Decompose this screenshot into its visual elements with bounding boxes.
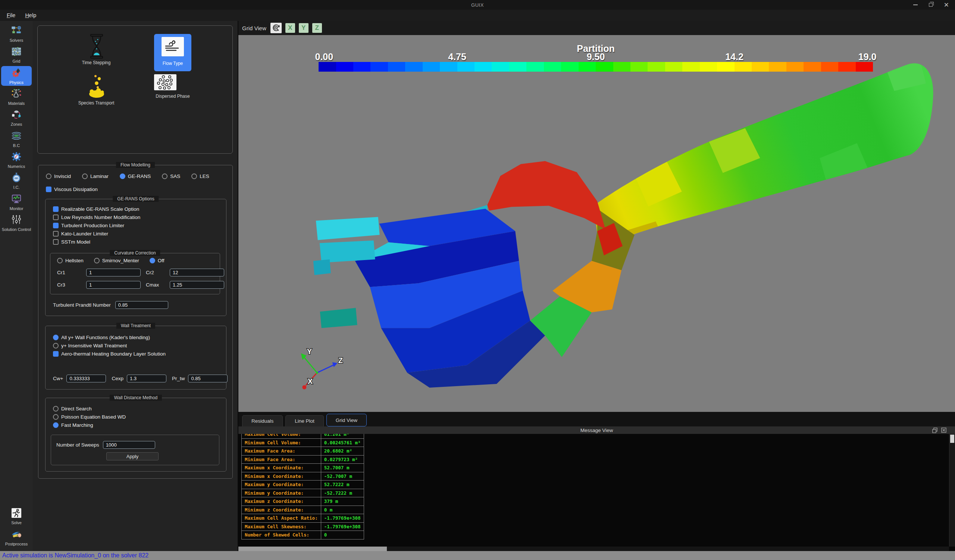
horizontal-scrollbar[interactable] (238, 547, 949, 551)
sidebar-item-solve[interactable]: Solve (1, 506, 32, 526)
sidebar-item-ic[interactable]: I.C. (1, 171, 32, 191)
grid-view-viewport[interactable]: Y Z X Partition 0.00 4.75 9.50 14.2 19.0 (238, 35, 955, 412)
radio-yplus-insensitive[interactable]: y+ Insensitive Wall Treatment (53, 343, 222, 349)
view-y-button[interactable]: Y (299, 23, 309, 33)
apply-button[interactable]: Apply (106, 452, 158, 460)
radio-direct-search[interactable]: Direct Search (53, 406, 222, 411)
turbulent-prandtl-field[interactable] (115, 301, 168, 309)
field-label-cexp: Cexp (111, 376, 124, 381)
table-row: Maximum Face Area:20.6802 m² (242, 447, 364, 455)
axis-triad: Y Z X (301, 347, 343, 389)
hourglass-icon (89, 34, 104, 59)
radio-fast-marching[interactable]: Fast Marching (53, 422, 222, 428)
radio-icon (53, 343, 59, 349)
checkbox-kato-launder[interactable]: Kato-Launder Limiter (53, 231, 222, 236)
cr3-field[interactable] (86, 281, 141, 289)
sidebar-item-materials[interactable]: Materials (1, 87, 32, 107)
tab-line-plot[interactable]: Line Plot (285, 415, 324, 426)
radio-inviscid[interactable]: Inviscid (46, 174, 71, 179)
minimize-icon[interactable] (913, 5, 918, 5)
cw-field[interactable] (66, 375, 106, 382)
radio-icon (162, 174, 168, 179)
radio-all-yplus-wall-functions[interactable]: All y+ Wall Functions (Kader's blending) (53, 335, 222, 340)
radio-les[interactable]: LES (191, 174, 209, 179)
radio-icon (53, 335, 59, 340)
radio-curvature-off[interactable]: Off (150, 258, 164, 263)
vertical-scrollbar[interactable] (949, 434, 955, 547)
physics-panel: Time Stepping Flow Type Species Transpor… (33, 21, 238, 551)
sidebar-item-bc[interactable]: B.C (1, 129, 32, 149)
viewport-toolbar-label: Grid View (242, 25, 266, 31)
tab-residuals[interactable]: Residuals (242, 415, 283, 426)
solution-control-icon (11, 214, 22, 227)
status-bar: Active simulation is NewSimulation_0 on … (0, 551, 955, 560)
cr2-field[interactable] (170, 269, 224, 277)
cr1-field[interactable] (86, 269, 141, 277)
radio-icon (94, 258, 100, 263)
checkbox-realizable-scale[interactable]: Realizable GE-RANS Scale Option (53, 206, 222, 212)
checkbox-sstm-model[interactable]: SSTm Model (53, 239, 222, 245)
checkbox-low-reynolds[interactable]: Low Reynolds Number Modification (53, 214, 222, 220)
checkbox-aero-thermal-heating[interactable]: Aero-thermal Heating Boundary Layer Solu… (53, 351, 222, 357)
checkbox-icon (53, 206, 59, 212)
radio-icon (150, 258, 155, 263)
number-of-sweeps-field[interactable] (103, 441, 155, 449)
checkbox-viscous-dissipation[interactable]: Viscous Dissipation (46, 186, 228, 192)
sidebar-item-monitor[interactable]: Monitor (1, 192, 32, 212)
zones-icon (11, 109, 22, 121)
view-x-button[interactable]: X (285, 23, 296, 33)
flow-type-item-selected[interactable]: Flow Type (154, 34, 191, 71)
sidebar-item-numerics[interactable]: Numerics (1, 150, 32, 170)
zoom-fit-button[interactable] (270, 22, 282, 34)
sidebar-item-label: Grid (13, 59, 20, 63)
radio-poisson-wd[interactable]: Poisson Equation Based WD (53, 414, 222, 420)
radio-sas[interactable]: SAS (162, 174, 180, 179)
sidebar-item-postprocess[interactable]: Postprocess (1, 527, 32, 547)
radio-hellsten[interactable]: Hellsten (57, 258, 83, 263)
sidebar-item-zones[interactable]: Zones (1, 108, 32, 128)
mesh-statistics-table: Maximum Cell Volume:61.261 m³ Minimum Ce… (241, 434, 364, 540)
radio-smirnov-menter[interactable]: Smirnov_Menter (94, 258, 139, 263)
axis-y-label: Y (307, 347, 312, 355)
radio-icon (53, 406, 59, 411)
titlebar: GUIX ✕ (0, 0, 955, 10)
field-label-prtw: Pr_tw (172, 376, 185, 381)
menu-file[interactable]: File (2, 11, 20, 19)
checkbox-icon (53, 239, 59, 245)
prtw-field[interactable] (188, 375, 227, 382)
physics-icon (11, 67, 22, 80)
group-title: Wall Treatment (116, 323, 155, 329)
scrollbar-handle[interactable] (950, 435, 954, 443)
materials-icon (11, 88, 22, 100)
sidebar-item-physics[interactable]: Physics (1, 66, 32, 86)
checkbox-turbulent-production-limiter[interactable]: Turbulent Production Limiter (53, 223, 222, 228)
table-row: Minimum x Coordinate:-52.7007 m (242, 472, 364, 480)
cexp-field[interactable] (127, 375, 166, 382)
group-title: GE-RANS Options (113, 196, 158, 202)
cmax-field[interactable] (170, 281, 224, 289)
sidebar-item-label: Zones (11, 122, 22, 127)
sidebar-item-solvers[interactable]: Solvers (1, 24, 32, 44)
checkbox-icon (53, 214, 59, 220)
view-z-button[interactable]: Z (312, 23, 322, 33)
sidebar-item-grid[interactable]: Grid (1, 45, 32, 64)
solvers-icon (11, 25, 22, 37)
menu-help[interactable]: Help (20, 11, 41, 19)
tab-grid-view[interactable]: Grid View (326, 414, 367, 426)
sidebar-item-solution-control[interactable]: Solution Control (1, 213, 32, 233)
grid-icon (11, 46, 22, 58)
message-view-title: Message View (581, 427, 613, 433)
checkbox-icon (53, 231, 59, 236)
float-panel-icon[interactable] (932, 427, 938, 433)
solve-icon (11, 508, 22, 520)
scrollbar-handle[interactable] (238, 547, 387, 551)
table-row: Maximum Cell Skewness:-1.79769e+308 (242, 522, 364, 531)
sidebar-item-label: Numerics (8, 164, 25, 169)
radio-laminar[interactable]: Laminar (82, 174, 108, 179)
radio-icon (53, 422, 59, 428)
close-panel-icon[interactable] (941, 427, 947, 433)
close-icon[interactable]: ✕ (944, 2, 949, 8)
radio-ge-rans[interactable]: GE-RANS (120, 174, 151, 179)
restore-icon[interactable] (929, 3, 933, 7)
table-row: Maximum z Coordinate:379 m (242, 497, 364, 506)
